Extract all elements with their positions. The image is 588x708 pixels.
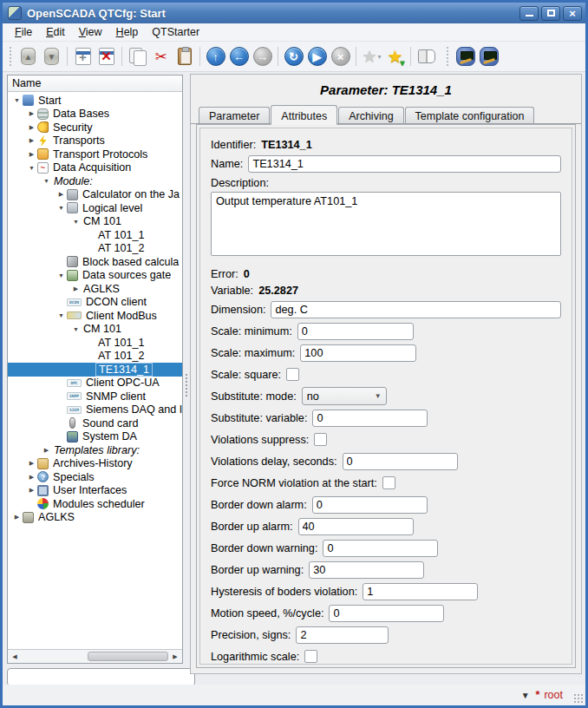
paste-item-icon[interactable] — [173, 45, 196, 69]
toolbar-drag-handle[interactable] — [447, 47, 450, 66]
menu-help[interactable]: Help — [109, 24, 146, 40]
expand-arrow-icon[interactable]: ▶ — [41, 447, 52, 454]
tree-item-transport-protocols[interactable]: ▶Transport Protocols — [8, 148, 182, 161]
tree-item-user-interfaces[interactable]: ▶User Interfaces — [8, 484, 182, 498]
tree-item-at-101-2[interactable]: AT 101_2 — [8, 242, 182, 256]
qtstarter-launch-icon[interactable] — [477, 45, 500, 69]
tree-item-at-101-1[interactable]: AT 101_1 — [8, 336, 182, 350]
forward-icon[interactable]: → — [251, 45, 274, 69]
border-down-alarm-input[interactable] — [312, 496, 428, 514]
expand-arrow-icon[interactable]: ▶ — [26, 151, 37, 158]
substitute-variable-input[interactable] — [312, 410, 428, 427]
border-up-warning-input[interactable] — [309, 561, 424, 579]
tree-item-siemens-daq-and-i[interactable]: SIEMSiemens DAQ and I — [8, 403, 182, 417]
add-item-icon[interactable]: + — [71, 45, 95, 69]
scale-square-checkbox[interactable] — [286, 368, 299, 381]
scale-maximum-input[interactable] — [300, 344, 416, 362]
close-button[interactable]: × — [563, 6, 582, 21]
scroll-left-arrow-icon[interactable]: ◀ — [8, 650, 22, 663]
tree-item-data-sources-gate[interactable]: ▼Data sources gate — [8, 269, 182, 283]
tree-item-specials[interactable]: ▶?Specials — [8, 470, 182, 484]
expand-arrow-icon[interactable]: ▶ — [26, 110, 37, 117]
back-icon[interactable]: ← — [227, 45, 251, 69]
save-icon[interactable]: ▼ — [40, 45, 63, 69]
border-up-alarm-input[interactable] — [298, 518, 414, 535]
tree-item-module[interactable]: ▼Module: — [8, 174, 182, 188]
remove-item-icon[interactable]: ✕ — [95, 45, 118, 69]
scrollbar-track[interactable] — [22, 650, 168, 663]
tree-item-calculator-on-the-ja[interactable]: ▶Calculator on the Ja — [8, 188, 182, 202]
tab-attributes[interactable]: Attributes — [271, 105, 337, 125]
scale-minimum-input[interactable] — [297, 323, 414, 340]
border-down-warning-input[interactable] — [323, 540, 438, 557]
scrollbar-thumb[interactable] — [88, 652, 168, 661]
tree-item-dcon-client[interactable]: DCONDCON client — [8, 296, 182, 310]
qtstarter-config-icon[interactable] — [454, 45, 477, 69]
collapse-arrow-icon[interactable]: ▼ — [70, 219, 82, 225]
tree-item-aglks[interactable]: ▶AGLKS — [8, 511, 182, 525]
tree-horizontal-scrollbar[interactable]: ◀ ▶ — [8, 649, 182, 663]
scroll-right-arrow-icon[interactable]: ▶ — [168, 650, 182, 663]
tree-item-logical-level[interactable]: ▼Logical level — [8, 201, 182, 215]
violations-suppress-checkbox[interactable] — [314, 433, 327, 446]
titlebar[interactable]: OpenSCADA QTCfg: Start × — [3, 3, 585, 23]
current-user[interactable]: root — [544, 689, 563, 701]
status-dropdown-icon[interactable]: ▼ — [521, 691, 530, 700]
tree-item-aglks[interactable]: ▶AGLKS — [8, 282, 182, 296]
tree-item-security[interactable]: ▶Security — [8, 121, 182, 134]
tree-item-sound-card[interactable]: Sound card — [8, 416, 182, 430]
tree-item-data-bases[interactable]: ▶Data Bases — [8, 108, 182, 121]
force-norm-violation-checkbox[interactable] — [382, 476, 395, 489]
expand-arrow-icon[interactable]: ▶ — [26, 487, 37, 494]
favorites-icon[interactable]: ★▾ — [360, 45, 383, 69]
maximize-button[interactable] — [541, 6, 560, 21]
tree-item-cm-101[interactable]: ▼CM 101 — [8, 323, 182, 337]
tab-template-configuration[interactable]: Template configuration — [405, 107, 535, 124]
refresh-icon[interactable]: ↻ — [282, 45, 305, 69]
stop-icon[interactable]: × — [329, 45, 352, 69]
start-icon[interactable]: ▶ — [305, 45, 329, 69]
tab-archiving[interactable]: Archiving — [338, 107, 403, 124]
violations-delay-input[interactable] — [343, 453, 458, 470]
tree-item-system-da[interactable]: System DA — [8, 430, 182, 444]
tree-item-data-acquisition[interactable]: ▼~Data Acquisition — [8, 161, 182, 175]
tree-item-start[interactable]: ▼Start — [8, 94, 182, 108]
tree-item-cm-101[interactable]: ▼CM 101 — [8, 215, 182, 229]
tree-item-at-101-2[interactable]: AT 101_2 — [8, 350, 182, 364]
minimize-button[interactable] — [519, 6, 539, 21]
collapse-arrow-icon[interactable]: ▼ — [56, 312, 67, 318]
panel-splitter[interactable] — [184, 72, 189, 661]
tree-item-transports[interactable]: ▶Transports — [8, 134, 182, 148]
menu-edit[interactable]: Edit — [39, 24, 72, 40]
bookmark-icon[interactable]: ★ — [383, 45, 407, 69]
description-textarea[interactable] — [211, 192, 561, 256]
expand-arrow-icon[interactable]: ▶ — [70, 285, 82, 292]
hysteresis-input[interactable] — [363, 583, 478, 600]
load-icon[interactable]: ▲ — [16, 45, 40, 69]
tree-item-modules-scheduler[interactable]: Modules scheduler — [8, 497, 182, 511]
menu-view[interactable]: View — [72, 24, 109, 40]
tree-filter-input[interactable] — [7, 668, 195, 686]
tree-item-client-modbus[interactable]: ▼Client ModBus — [8, 309, 182, 323]
copy-item-icon[interactable] — [126, 45, 149, 69]
resize-grip[interactable] — [573, 693, 584, 704]
logarithmic-scale-checkbox[interactable] — [304, 650, 317, 663]
expand-arrow-icon[interactable]: ▶ — [26, 137, 37, 144]
dimension-input[interactable] — [271, 301, 561, 318]
tree-column-header[interactable]: Name — [8, 75, 182, 92]
tree-item-archives-history[interactable]: ▶Archives-History — [8, 457, 182, 471]
tree-item-client-opc-ua[interactable]: OPCClient OPC-UA — [8, 377, 182, 390]
collapse-arrow-icon[interactable]: ▼ — [26, 165, 37, 171]
collapse-arrow-icon[interactable]: ▼ — [41, 178, 52, 184]
name-input[interactable] — [248, 155, 561, 173]
tree-item-templates-library[interactable]: ▶Templates library: — [8, 443, 182, 457]
expand-arrow-icon[interactable]: ▶ — [56, 191, 67, 198]
tree-item-at-101-1[interactable]: AT 101_1 — [8, 228, 182, 242]
tab-parameter[interactable]: Parameter — [199, 107, 270, 124]
tree-item-snmp-client[interactable]: SNMPSNMP client — [8, 390, 182, 403]
tree-item-te1314-1[interactable]: TE1314_1 — [8, 363, 182, 377]
precision-signs-input[interactable] — [296, 626, 389, 644]
manual-icon[interactable] — [415, 45, 438, 69]
favorites-dropdown-icon[interactable]: ▾ — [378, 53, 382, 61]
menu-qtstarter[interactable]: QTStarter — [145, 24, 206, 40]
